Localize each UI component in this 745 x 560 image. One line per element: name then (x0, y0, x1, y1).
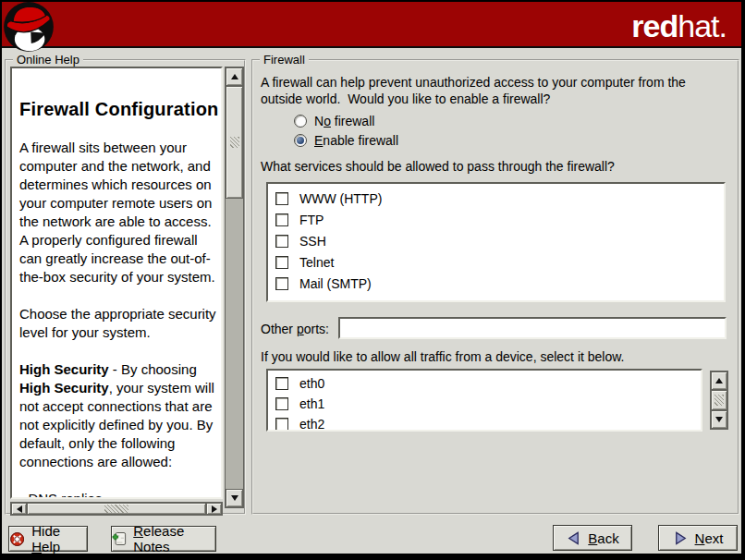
radio-label: No firewall (314, 114, 374, 128)
device-list-container: eth0 eth1 eth2 (266, 369, 728, 432)
service-label: Mail (SMTP) (299, 276, 372, 291)
help-paragraph: High Security - By choosing High Securit… (19, 360, 219, 471)
device-row-eth1[interactable]: eth1 (275, 394, 701, 414)
help-horizontal-scrollbar[interactable] (10, 502, 223, 516)
scroll-left-button[interactable] (11, 503, 27, 515)
scroll-down-button[interactable] (226, 489, 243, 507)
help-title: Firewall Configuration (19, 98, 219, 120)
help-bullet-item: • DNS replies (19, 490, 219, 499)
service-label: WWW (HTTP) (299, 191, 382, 206)
device-label: eth2 (299, 417, 324, 432)
device-row-eth2[interactable]: eth2 (275, 414, 701, 432)
device-row-eth0[interactable]: eth0 (275, 373, 701, 394)
window-border (0, 554, 745, 560)
service-row-ftp[interactable]: FTP (275, 209, 724, 230)
installer-window: redhat. Online Help Firewall Configurati… (0, 0, 745, 560)
checkbox-icon[interactable] (275, 256, 288, 269)
service-row-ssh[interactable]: SSH (275, 230, 724, 251)
lifebuoy-help-icon (9, 530, 25, 548)
window-border (0, 0, 2, 560)
services-list: WWW (HTTP) FTP SSH Telnet Mail (SMTP) (266, 182, 726, 302)
header-banner: redhat. (2, 2, 741, 48)
button-label: Next (695, 530, 724, 546)
redhat-wordmark: redhat. (631, 10, 727, 42)
scroll-up-button[interactable] (226, 67, 243, 86)
arrow-left-icon (566, 530, 581, 546)
firewall-frame: Firewall A firewall can help prevent una… (251, 59, 739, 515)
button-label: Hide Help (31, 523, 87, 554)
scrollbar-thumb[interactable] (711, 390, 727, 410)
service-label: SSH (299, 234, 326, 249)
wordmark-hat: hat. (678, 8, 727, 43)
button-label: Back (588, 530, 618, 546)
firewall-frame-label: Firewall (260, 53, 309, 67)
release-notes-button[interactable]: Release Notes (111, 526, 216, 552)
services-question: What services should be allowed to pass … (261, 158, 615, 175)
service-row-mail[interactable]: Mail (SMTP) (275, 273, 724, 294)
checkbox-icon[interactable] (275, 235, 288, 248)
service-label: Telnet (299, 255, 334, 270)
firewall-intro-text: A firewall can help prevent unauthorized… (261, 74, 730, 107)
device-vertical-scrollbar[interactable] (710, 371, 728, 430)
radio-no-firewall[interactable]: No firewall (294, 113, 374, 129)
arrow-down-icon (231, 495, 238, 501)
wordmark-red: red (631, 8, 678, 43)
help-paragraph: A firewall sits between your computer an… (19, 139, 219, 286)
help-paragraph: Choose the appropriate security level fo… (19, 305, 219, 342)
scroll-down-button[interactable] (711, 410, 727, 429)
device-label: eth0 (299, 376, 324, 391)
back-button[interactable]: Back (553, 525, 632, 551)
arrow-up-icon (231, 74, 238, 79)
radio-button-icon[interactable] (294, 115, 307, 128)
devices-question: If you would like to allow all traffic f… (261, 348, 624, 365)
window-border (741, 0, 745, 560)
window-border (0, 0, 745, 2)
arrow-right-icon (673, 530, 689, 546)
arrow-left-icon (17, 505, 22, 513)
checkbox-icon[interactable] (275, 377, 288, 390)
arrow-down-icon (715, 417, 723, 422)
arrow-right-icon (212, 505, 217, 513)
release-notes-page-icon (112, 530, 127, 547)
scroll-right-button[interactable] (206, 503, 222, 515)
other-ports-input[interactable] (338, 317, 727, 339)
device-label: eth1 (299, 396, 324, 411)
checkbox-icon[interactable] (275, 213, 288, 226)
radio-button-selected-icon[interactable] (294, 134, 307, 147)
checkbox-icon[interactable] (275, 277, 288, 290)
service-row-telnet[interactable]: Telnet (275, 251, 724, 273)
online-help-frame: Online Help Firewall Configuration A fir… (5, 59, 246, 515)
checkbox-icon[interactable] (275, 418, 288, 431)
scrollbar-thumb[interactable] (27, 503, 206, 515)
checkbox-icon[interactable] (275, 192, 288, 205)
online-help-frame-label: Online Help (13, 53, 83, 67)
help-vertical-scrollbar[interactable] (225, 67, 244, 508)
service-row-www[interactable]: WWW (HTTP) (275, 188, 724, 209)
next-button[interactable]: Next (658, 525, 738, 551)
radio-enable-firewall[interactable]: Enable firewall (294, 132, 398, 149)
scroll-up-button[interactable] (711, 371, 727, 390)
hide-help-button[interactable]: Hide Help (8, 526, 88, 552)
service-label: FTP (299, 213, 324, 227)
button-label: Release Notes (133, 523, 215, 554)
scrollbar-thumb[interactable] (226, 86, 243, 199)
radio-label: Enable firewall (314, 133, 398, 148)
other-ports-label: Other ports: (261, 321, 329, 337)
device-list: eth0 eth1 eth2 (266, 369, 702, 432)
help-text-viewport: Firewall Configuration A firewall sits b… (10, 67, 223, 499)
checkbox-icon[interactable] (275, 397, 288, 410)
arrow-up-icon (715, 378, 723, 383)
redhat-shadowman-logo-icon (3, 1, 55, 53)
